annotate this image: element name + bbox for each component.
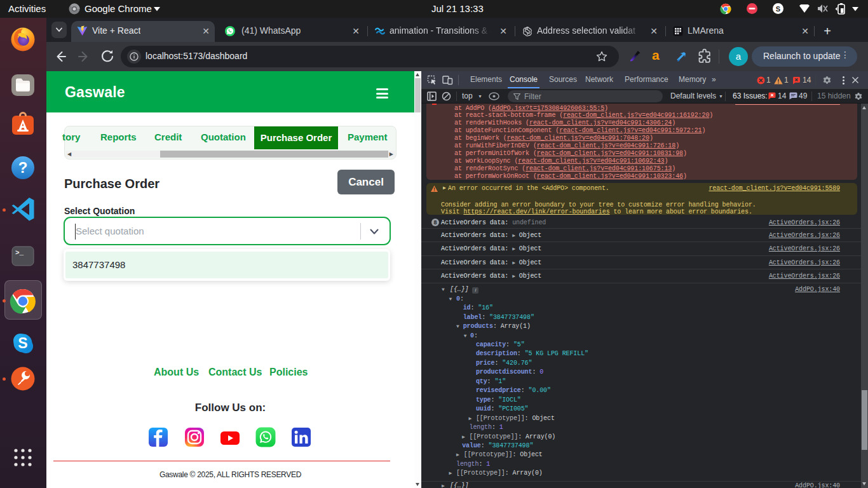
svg-text:S: S [18, 335, 27, 351]
svg-text:S: S [776, 5, 780, 13]
svg-text:>_: >_ [15, 249, 24, 257]
svg-text:a: a [652, 48, 660, 62]
svg-text:?: ? [18, 159, 28, 176]
